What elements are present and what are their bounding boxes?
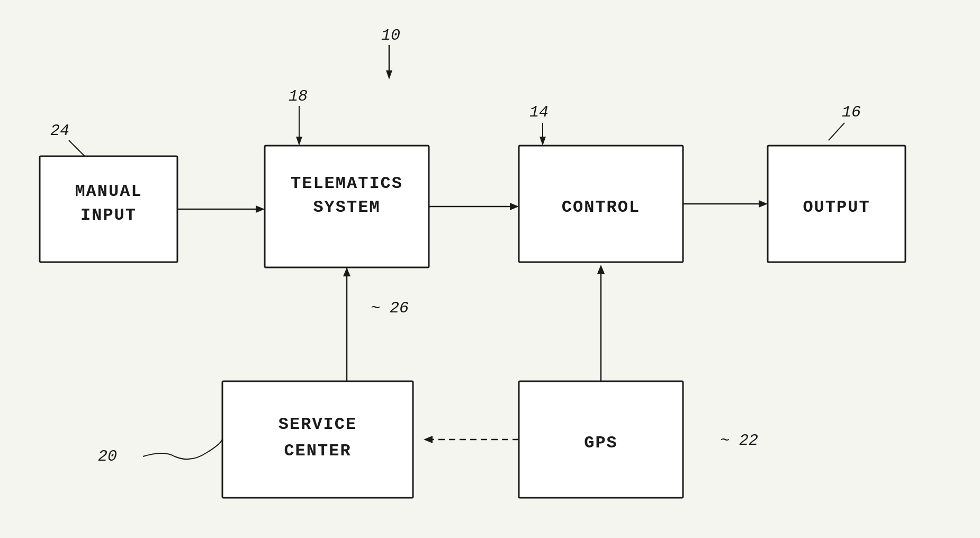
svg-line-13: [829, 123, 844, 140]
svg-marker-10: [540, 137, 546, 146]
control-label: CONTROL: [562, 198, 640, 217]
service-center-box: [222, 381, 413, 498]
svg-marker-8: [510, 203, 519, 210]
svg-marker-19: [424, 436, 433, 443]
svg-marker-12: [759, 200, 768, 208]
telematics-label-1: TELEMATICS: [291, 174, 403, 193]
svg-marker-1: [386, 70, 392, 79]
output-label: OUTPUT: [803, 198, 870, 217]
ref-26: ~ 26: [371, 299, 409, 317]
svg-marker-17: [343, 267, 350, 276]
svg-marker-6: [296, 137, 302, 146]
ref-16: 16: [842, 103, 861, 121]
svg-marker-4: [256, 205, 265, 213]
manual-input-label-1: MANUAL: [75, 182, 142, 201]
ref-10: 10: [381, 26, 400, 44]
ref-22: ~ 22: [720, 432, 758, 450]
ref-20: 20: [98, 447, 117, 465]
ref-14: 14: [529, 103, 549, 121]
ref-18: 18: [289, 87, 308, 105]
service-center-label-2: CENTER: [284, 441, 351, 461]
svg-line-2: [69, 140, 85, 156]
manual-input-label-2: INPUT: [80, 205, 137, 225]
service-center-label-1: SERVICE: [278, 415, 357, 434]
svg-marker-15: [597, 265, 605, 274]
ref-24: 24: [50, 122, 69, 140]
gps-label: GPS: [584, 433, 618, 453]
diagram-container: 10 24 MANUAL INPUT 18 TELEMATICS SYSTEM …: [0, 0, 980, 538]
telematics-label-2: SYSTEM: [313, 198, 380, 217]
